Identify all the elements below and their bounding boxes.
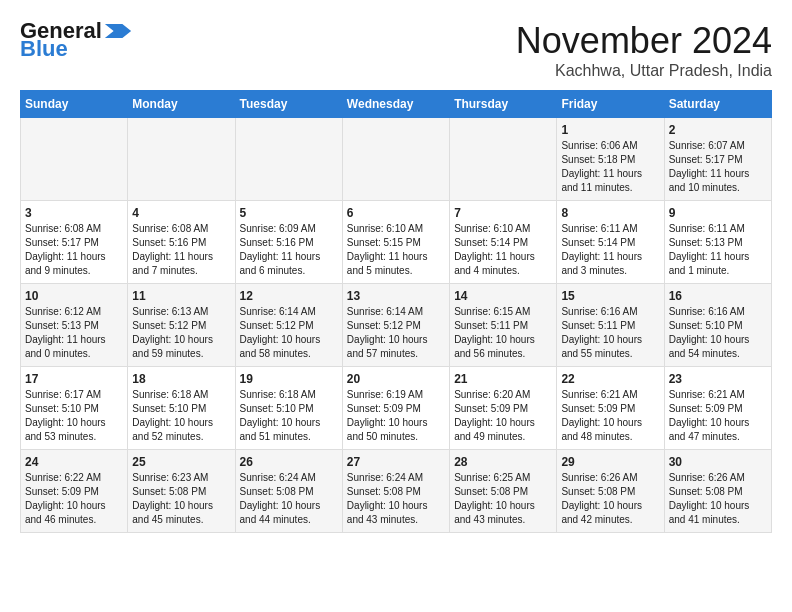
day-info: Daylight: 10 hours and 51 minutes. <box>240 416 338 444</box>
calendar-cell: 9Sunrise: 6:11 AMSunset: 5:13 PMDaylight… <box>664 201 771 284</box>
day-info: Daylight: 11 hours and 4 minutes. <box>454 250 552 278</box>
calendar-week-row: 1Sunrise: 6:06 AMSunset: 5:18 PMDaylight… <box>21 118 772 201</box>
day-number: 23 <box>669 372 767 386</box>
day-info: Sunrise: 6:07 AM <box>669 139 767 153</box>
logo-icon <box>104 24 132 38</box>
location-text: Kachhwa, Uttar Pradesh, India <box>516 62 772 80</box>
calendar-cell: 20Sunrise: 6:19 AMSunset: 5:09 PMDayligh… <box>342 367 449 450</box>
day-number: 21 <box>454 372 552 386</box>
day-number: 27 <box>347 455 445 469</box>
calendar-cell: 5Sunrise: 6:09 AMSunset: 5:16 PMDaylight… <box>235 201 342 284</box>
calendar-cell: 19Sunrise: 6:18 AMSunset: 5:10 PMDayligh… <box>235 367 342 450</box>
day-info: Daylight: 11 hours and 6 minutes. <box>240 250 338 278</box>
calendar-cell: 14Sunrise: 6:15 AMSunset: 5:11 PMDayligh… <box>450 284 557 367</box>
calendar-cell: 8Sunrise: 6:11 AMSunset: 5:14 PMDaylight… <box>557 201 664 284</box>
day-info: Daylight: 10 hours and 49 minutes. <box>454 416 552 444</box>
day-number: 9 <box>669 206 767 220</box>
calendar-cell: 28Sunrise: 6:25 AMSunset: 5:08 PMDayligh… <box>450 450 557 533</box>
day-number: 28 <box>454 455 552 469</box>
day-info: Sunset: 5:09 PM <box>454 402 552 416</box>
day-info: Sunrise: 6:11 AM <box>561 222 659 236</box>
calendar-cell: 15Sunrise: 6:16 AMSunset: 5:11 PMDayligh… <box>557 284 664 367</box>
day-number: 30 <box>669 455 767 469</box>
day-info: Sunrise: 6:14 AM <box>240 305 338 319</box>
calendar-cell: 16Sunrise: 6:16 AMSunset: 5:10 PMDayligh… <box>664 284 771 367</box>
day-number: 10 <box>25 289 123 303</box>
day-info: Daylight: 10 hours and 58 minutes. <box>240 333 338 361</box>
logo: General Blue <box>20 20 132 60</box>
day-info: Daylight: 11 hours and 3 minutes. <box>561 250 659 278</box>
day-number: 2 <box>669 123 767 137</box>
calendar-cell: 17Sunrise: 6:17 AMSunset: 5:10 PMDayligh… <box>21 367 128 450</box>
day-info: Sunset: 5:11 PM <box>561 319 659 333</box>
day-info: Sunset: 5:16 PM <box>240 236 338 250</box>
day-info: Sunrise: 6:21 AM <box>561 388 659 402</box>
calendar-cell: 27Sunrise: 6:24 AMSunset: 5:08 PMDayligh… <box>342 450 449 533</box>
day-info: Daylight: 10 hours and 54 minutes. <box>669 333 767 361</box>
day-info: Sunrise: 6:12 AM <box>25 305 123 319</box>
day-info: Daylight: 11 hours and 11 minutes. <box>561 167 659 195</box>
day-info: Sunrise: 6:08 AM <box>132 222 230 236</box>
day-info: Sunset: 5:13 PM <box>25 319 123 333</box>
day-number: 4 <box>132 206 230 220</box>
day-info: Daylight: 10 hours and 47 minutes. <box>669 416 767 444</box>
day-info: Daylight: 10 hours and 57 minutes. <box>347 333 445 361</box>
day-info: Daylight: 11 hours and 0 minutes. <box>25 333 123 361</box>
day-info: Daylight: 11 hours and 9 minutes. <box>25 250 123 278</box>
calendar-cell: 25Sunrise: 6:23 AMSunset: 5:08 PMDayligh… <box>128 450 235 533</box>
calendar-week-row: 24Sunrise: 6:22 AMSunset: 5:09 PMDayligh… <box>21 450 772 533</box>
day-info: Daylight: 10 hours and 50 minutes. <box>347 416 445 444</box>
day-number: 13 <box>347 289 445 303</box>
day-info: Daylight: 10 hours and 41 minutes. <box>669 499 767 527</box>
day-info: Sunrise: 6:23 AM <box>132 471 230 485</box>
calendar-cell: 21Sunrise: 6:20 AMSunset: 5:09 PMDayligh… <box>450 367 557 450</box>
day-info: Sunrise: 6:15 AM <box>454 305 552 319</box>
day-number: 7 <box>454 206 552 220</box>
day-info: Daylight: 10 hours and 48 minutes. <box>561 416 659 444</box>
day-number: 5 <box>240 206 338 220</box>
day-number: 1 <box>561 123 659 137</box>
day-info: Sunset: 5:11 PM <box>454 319 552 333</box>
day-info: Sunrise: 6:14 AM <box>347 305 445 319</box>
day-number: 3 <box>25 206 123 220</box>
col-header-friday: Friday <box>557 91 664 118</box>
calendar-cell <box>21 118 128 201</box>
day-number: 8 <box>561 206 659 220</box>
title-section: November 2024 Kachhwa, Uttar Pradesh, In… <box>516 20 772 80</box>
day-info: Sunset: 5:08 PM <box>240 485 338 499</box>
calendar-cell <box>342 118 449 201</box>
calendar-body: 1Sunrise: 6:06 AMSunset: 5:18 PMDaylight… <box>21 118 772 533</box>
calendar-cell: 26Sunrise: 6:24 AMSunset: 5:08 PMDayligh… <box>235 450 342 533</box>
calendar-cell: 13Sunrise: 6:14 AMSunset: 5:12 PMDayligh… <box>342 284 449 367</box>
day-info: Daylight: 10 hours and 59 minutes. <box>132 333 230 361</box>
calendar-cell: 24Sunrise: 6:22 AMSunset: 5:09 PMDayligh… <box>21 450 128 533</box>
day-info: Sunset: 5:10 PM <box>25 402 123 416</box>
col-header-wednesday: Wednesday <box>342 91 449 118</box>
day-info: Sunset: 5:12 PM <box>347 319 445 333</box>
page-header: General Blue November 2024 Kachhwa, Utta… <box>20 20 772 80</box>
day-number: 11 <box>132 289 230 303</box>
day-info: Sunset: 5:10 PM <box>669 319 767 333</box>
calendar-week-row: 10Sunrise: 6:12 AMSunset: 5:13 PMDayligh… <box>21 284 772 367</box>
day-info: Daylight: 11 hours and 5 minutes. <box>347 250 445 278</box>
day-info: Sunrise: 6:09 AM <box>240 222 338 236</box>
day-info: Sunset: 5:09 PM <box>347 402 445 416</box>
day-info: Sunset: 5:10 PM <box>132 402 230 416</box>
calendar-cell: 29Sunrise: 6:26 AMSunset: 5:08 PMDayligh… <box>557 450 664 533</box>
day-info: Daylight: 10 hours and 55 minutes. <box>561 333 659 361</box>
calendar-cell: 18Sunrise: 6:18 AMSunset: 5:10 PMDayligh… <box>128 367 235 450</box>
day-info: Sunset: 5:12 PM <box>240 319 338 333</box>
day-number: 16 <box>669 289 767 303</box>
day-info: Sunrise: 6:24 AM <box>240 471 338 485</box>
calendar-cell: 1Sunrise: 6:06 AMSunset: 5:18 PMDaylight… <box>557 118 664 201</box>
calendar-cell: 7Sunrise: 6:10 AMSunset: 5:14 PMDaylight… <box>450 201 557 284</box>
day-info: Sunrise: 6:10 AM <box>347 222 445 236</box>
day-info: Daylight: 10 hours and 46 minutes. <box>25 499 123 527</box>
col-header-saturday: Saturday <box>664 91 771 118</box>
day-info: Sunset: 5:08 PM <box>561 485 659 499</box>
col-header-tuesday: Tuesday <box>235 91 342 118</box>
day-info: Daylight: 10 hours and 43 minutes. <box>347 499 445 527</box>
day-info: Sunset: 5:14 PM <box>454 236 552 250</box>
day-info: Sunset: 5:09 PM <box>669 402 767 416</box>
day-info: Sunrise: 6:08 AM <box>25 222 123 236</box>
